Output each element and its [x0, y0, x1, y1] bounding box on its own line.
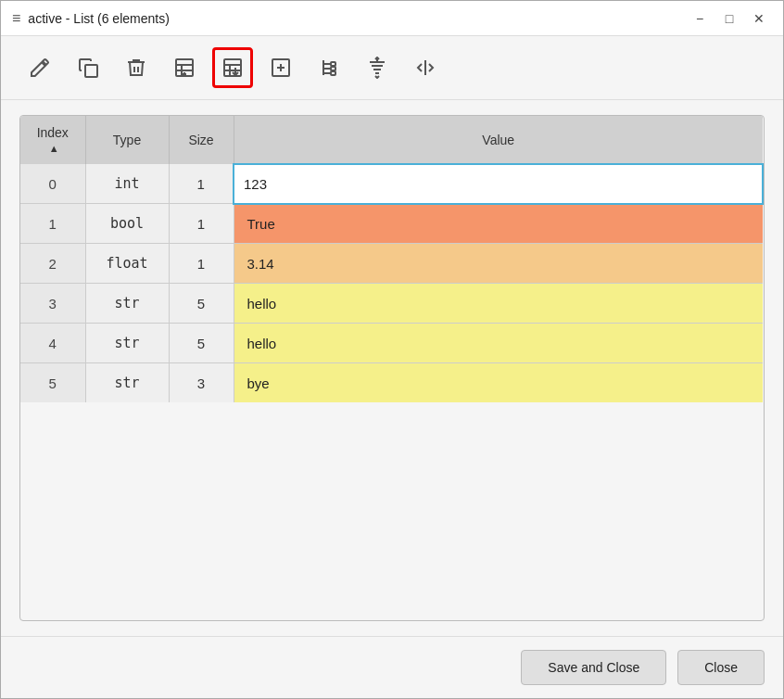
table-row[interactable]: 3str5hello: [20, 284, 763, 324]
cell-type: str: [85, 324, 169, 363]
delete-button[interactable]: [116, 47, 157, 88]
sort-arrow-icon: ▲: [49, 143, 59, 154]
cell-index: 2: [20, 244, 85, 284]
svg-rect-21: [331, 71, 335, 75]
content-area: Index ▲ Type Size Value 0int11bool1True2…: [1, 100, 783, 636]
cell-value: hello: [234, 324, 763, 363]
svg-rect-0: [85, 65, 97, 77]
cell-value: 3.14: [234, 244, 763, 284]
cell-type: str: [85, 363, 169, 403]
cell-type: int: [85, 164, 169, 204]
save-and-close-button[interactable]: Save and Close: [521, 650, 666, 685]
cell-value: bye: [234, 363, 763, 403]
main-window: ≡ active - List (6 elements) − □ ✕: [0, 0, 784, 699]
table-row[interactable]: 5str3bye: [20, 363, 763, 403]
maximize-button[interactable]: □: [716, 7, 742, 30]
svg-rect-20: [331, 67, 335, 70]
table-row[interactable]: 4str5hello: [20, 324, 763, 363]
cell-type: str: [85, 284, 169, 324]
cell-index: 0: [20, 164, 85, 204]
cell-value[interactable]: [234, 164, 763, 204]
table-row[interactable]: 0int1: [20, 164, 763, 204]
table-row[interactable]: 2float13.14: [20, 244, 763, 284]
cell-size: 1: [169, 204, 234, 244]
col-header-index[interactable]: Index ▲: [20, 116, 85, 164]
close-button[interactable]: ✕: [746, 7, 772, 30]
data-table-container: Index ▲ Type Size Value 0int11bool1True2…: [19, 115, 765, 621]
edit-button[interactable]: [19, 47, 60, 88]
value-input[interactable]: [244, 176, 752, 192]
title-bar-left: ≡ active - List (6 elements): [12, 10, 170, 27]
insert-row-button[interactable]: [164, 47, 205, 88]
cell-value: True: [234, 204, 763, 244]
cell-size: 5: [169, 324, 234, 363]
cell-size: 3: [169, 363, 234, 403]
cell-index: 3: [20, 284, 85, 324]
sort-button[interactable]: [357, 47, 398, 88]
cell-size: 1: [169, 164, 234, 204]
cell-index: 5: [20, 363, 85, 403]
footer: Save and Close Close: [1, 636, 783, 698]
window-icon: ≡: [12, 10, 20, 27]
close-button-footer[interactable]: Close: [677, 650, 765, 685]
table-row[interactable]: 1bool1True: [20, 204, 763, 244]
copy-button[interactable]: [68, 47, 108, 88]
svg-rect-19: [331, 62, 335, 66]
cell-index: 1: [20, 204, 85, 244]
cell-type: bool: [85, 204, 169, 244]
split-button[interactable]: [405, 47, 446, 88]
data-table: Index ▲ Type Size Value 0int11bool1True2…: [20, 116, 764, 402]
col-header-size[interactable]: Size: [169, 116, 234, 164]
tree-button[interactable]: [309, 47, 349, 88]
minimize-button[interactable]: −: [687, 7, 713, 30]
cell-index: 4: [20, 324, 85, 363]
window-title: active - List (6 elements): [28, 11, 170, 26]
title-bar: ≡ active - List (6 elements) − □ ✕: [1, 1, 783, 36]
cell-type: float: [85, 244, 169, 284]
col-header-value[interactable]: Value: [234, 116, 763, 164]
table-header-row: Index ▲ Type Size Value: [20, 116, 763, 164]
cell-size: 5: [169, 284, 234, 324]
title-bar-controls: − □ ✕: [687, 7, 772, 30]
cell-value: hello: [234, 284, 763, 324]
cell-size: 1: [169, 244, 234, 284]
col-header-type[interactable]: Type: [85, 116, 169, 164]
add-button[interactable]: [260, 47, 301, 88]
import-button[interactable]: [212, 47, 253, 88]
toolbar: [1, 36, 783, 100]
